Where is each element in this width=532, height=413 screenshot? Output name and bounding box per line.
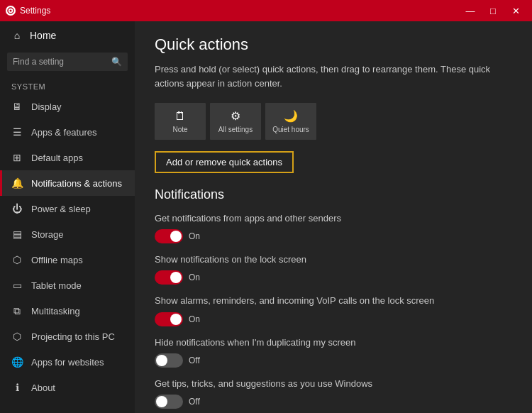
- sidebar-item-label: About: [31, 382, 55, 393]
- toggle-control-4: Off: [155, 395, 512, 409]
- search-input[interactable]: [7, 53, 128, 71]
- sidebar-item-label: Display: [31, 101, 62, 112]
- quiet-hours-tile-label: Quiet hours: [272, 126, 309, 133]
- toggle-label-0: Get notifications from apps and other se…: [155, 212, 512, 225]
- add-remove-quick-actions-button[interactable]: Add or remove quick actions: [155, 151, 294, 173]
- toggle-tips-tricks: Get tips, tricks, and suggestions as you…: [155, 378, 512, 409]
- window-controls: — □ ✕: [460, 3, 526, 18]
- search-icon: 🔍: [111, 57, 122, 67]
- sidebar-item-offline-maps[interactable]: ⬡ Offline maps: [0, 247, 135, 272]
- sidebar-item-label: Default apps: [31, 153, 83, 163]
- sidebar-item-label: Apps for websites: [31, 357, 104, 368]
- toggle-label-2: Show alarms, reminders, and incoming VoI…: [155, 294, 512, 307]
- toggle-switch-0[interactable]: [155, 229, 183, 243]
- multitasking-icon: ⧉: [11, 305, 23, 316]
- title-bar-left: Settings: [6, 6, 50, 16]
- quick-action-note[interactable]: 🗒 Note: [155, 103, 206, 140]
- sidebar-item-storage[interactable]: ▤ Storage: [0, 221, 135, 247]
- toggle-alarms-voip: Show alarms, reminders, and incoming VoI…: [155, 294, 512, 326]
- close-button[interactable]: ✕: [505, 3, 526, 18]
- note-icon: 🗒: [174, 110, 186, 123]
- sidebar-item-label: Power & sleep: [31, 204, 91, 214]
- toggle-switch-4[interactable]: [155, 395, 183, 409]
- toggle-state-1: On: [189, 272, 200, 282]
- svg-point-1: [10, 10, 12, 12]
- about-icon: ℹ: [11, 382, 23, 393]
- display-icon: 🖥: [11, 101, 23, 112]
- toggle-state-0: On: [189, 231, 200, 241]
- toggle-get-notifications: Get notifications from apps and other se…: [155, 212, 512, 243]
- apps-websites-icon: 🌐: [11, 356, 23, 368]
- toggle-state-2: On: [189, 314, 200, 324]
- notifications-section-title: Notifications: [155, 187, 512, 202]
- sidebar-item-default-apps[interactable]: ⊞ Default apps: [0, 145, 135, 170]
- sidebar-item-label: Multitasking: [31, 306, 80, 316]
- sidebar-item-tablet[interactable]: ▭ Tablet mode: [0, 272, 135, 298]
- window-title: Settings: [20, 6, 50, 16]
- sidebar-item-label: Notifications & actions: [31, 178, 122, 189]
- sidebar-item-label: Apps & features: [31, 127, 97, 138]
- toggle-switch-2[interactable]: [155, 312, 183, 326]
- quick-action-all-settings[interactable]: ⚙ All settings: [210, 103, 261, 140]
- notifications-icon: 🔔: [11, 177, 23, 189]
- sidebar-item-home[interactable]: ⌂ Home: [0, 21, 135, 50]
- minimize-button[interactable]: —: [460, 3, 481, 18]
- sidebar-item-display[interactable]: 🖥 Display: [0, 94, 135, 119]
- toggle-control-1: On: [155, 270, 512, 285]
- toggle-state-4: Off: [189, 397, 200, 407]
- maximize-button[interactable]: □: [482, 3, 504, 18]
- tablet-icon: ▭: [11, 280, 23, 291]
- home-icon: ⌂: [11, 30, 23, 41]
- toggle-control-3: Off: [155, 353, 512, 368]
- quick-actions-tiles: 🗒 Note ⚙ All settings 🌙 Quiet hours: [155, 103, 512, 140]
- content-area: Quick actions Press and hold (or select)…: [135, 21, 532, 413]
- quick-action-quiet-hours[interactable]: 🌙 Quiet hours: [265, 103, 316, 140]
- sidebar-item-label: Projecting to this PC: [31, 331, 115, 342]
- sidebar-search-container: 🔍: [7, 53, 128, 71]
- sidebar-section-label: System: [0, 77, 135, 94]
- page-title: Quick actions: [155, 35, 512, 54]
- toggle-switch-1[interactable]: [155, 270, 183, 285]
- sidebar-item-power[interactable]: ⏻ Power & sleep: [0, 196, 135, 221]
- quick-actions-description: Press and hold (or select) quick actions…: [155, 62, 512, 90]
- title-bar: Settings — □ ✕: [0, 0, 532, 21]
- sidebar-item-multitasking[interactable]: ⧉ Multitasking: [0, 298, 135, 324]
- sidebar-item-projecting[interactable]: ⬡ Projecting to this PC: [0, 324, 135, 349]
- main-container: ⌂ Home 🔍 System 🖥 Display ☰ Apps & featu…: [0, 21, 532, 413]
- offline-maps-icon: ⬡: [11, 254, 23, 265]
- sidebar-item-label: Storage: [31, 229, 64, 240]
- sidebar-item-apps[interactable]: ☰ Apps & features: [0, 119, 135, 145]
- sidebar-item-apps-websites[interactable]: 🌐 Apps for websites: [0, 349, 135, 375]
- sidebar-item-notifications[interactable]: 🔔 Notifications & actions: [0, 170, 135, 196]
- sidebar-item-label: Tablet mode: [31, 280, 82, 291]
- toggle-control-0: On: [155, 229, 512, 243]
- toggle-lock-screen: Show notifications on the lock screen On: [155, 253, 512, 285]
- toggle-label-3: Hide notifications when I'm duplicating …: [155, 336, 512, 349]
- all-settings-tile-label: All settings: [218, 126, 253, 133]
- toggle-state-3: Off: [189, 356, 200, 365]
- power-icon: ⏻: [11, 203, 23, 214]
- sidebar-item-about[interactable]: ℹ About: [0, 375, 135, 400]
- apps-icon: ☰: [11, 126, 23, 138]
- toggle-control-2: On: [155, 312, 512, 326]
- default-apps-icon: ⊞: [11, 152, 23, 163]
- projecting-icon: ⬡: [11, 331, 23, 342]
- sidebar: ⌂ Home 🔍 System 🖥 Display ☰ Apps & featu…: [0, 21, 135, 413]
- all-settings-icon: ⚙: [231, 109, 240, 123]
- storage-icon: ▤: [11, 228, 23, 240]
- settings-window-icon: [6, 6, 16, 16]
- toggle-label-1: Show notifications on the lock screen: [155, 253, 512, 266]
- note-tile-label: Note: [172, 126, 187, 133]
- sidebar-home-label: Home: [30, 30, 56, 41]
- sidebar-item-label: Offline maps: [31, 255, 83, 265]
- toggle-switch-3[interactable]: [155, 353, 183, 368]
- toggle-label-4: Get tips, tricks, and suggestions as you…: [155, 378, 512, 390]
- toggle-duplicating-screen: Hide notifications when I'm duplicating …: [155, 336, 512, 368]
- quiet-hours-icon: 🌙: [284, 109, 298, 123]
